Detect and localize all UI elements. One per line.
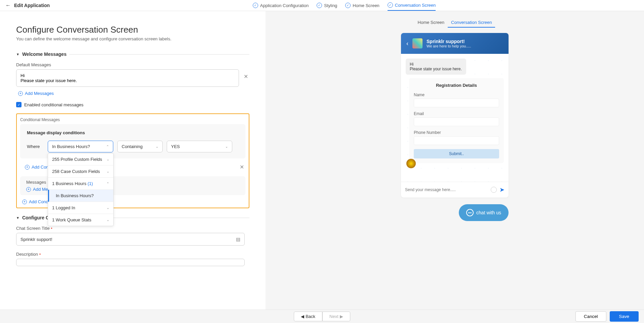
reg-phone-input[interactable] (414, 136, 499, 145)
reg-title: Registration Details (414, 83, 499, 88)
remove-message-button[interactable]: ✕ (242, 72, 249, 81)
tab-styling[interactable]: ✓ Styling (317, 0, 337, 11)
input-value: Sprinklr support! (21, 237, 52, 242)
chevron-up-icon: ⌄ (107, 182, 109, 185)
option-label: 258 Case Custom Fields (52, 169, 100, 174)
option-label: 1 Logged In (52, 205, 75, 210)
chat-preview: ‹ Sprinklr support! We are here to help … (401, 33, 509, 198)
preview-tab-conversation[interactable]: Conversation Screen (448, 18, 495, 28)
chevron-down-icon: ⌄ (156, 145, 158, 148)
divider (69, 54, 249, 55)
check-icon: ✓ (253, 3, 258, 8)
chat-back-icon[interactable]: ‹ (406, 40, 408, 47)
tab-label: Conversation Screen (395, 3, 436, 8)
bubble-line: Hi (410, 62, 462, 67)
chat-subtitle: We are here to help you..... (427, 44, 471, 48)
back-arrow-icon[interactable]: ← (5, 2, 11, 8)
tab-label: Styling (324, 3, 337, 8)
chevron-down-icon: ⌄ (107, 218, 109, 222)
option-label: 1 Work Queue Stats (52, 217, 91, 222)
default-message-input[interactable]: Hi Please state your issue here. (16, 69, 239, 87)
chevron-down-icon: ⌄ (225, 145, 228, 148)
section-title: Welcome Messages (22, 51, 67, 57)
dropdown-option-logged-in[interactable]: 1 Logged In ⌄ (48, 202, 113, 214)
submit-button[interactable]: Submit.. (414, 149, 499, 158)
conditions-title: Message display conditions (27, 130, 239, 135)
translate-icon[interactable]: ▤ (236, 237, 240, 242)
chat-title-label: Chat Screen Title (16, 226, 50, 231)
condition-field-select[interactable]: In Business Hours? ⌃ (48, 141, 113, 152)
select-value: In Business Hours? (52, 144, 90, 149)
description-label: Description (16, 252, 38, 257)
chevron-down-icon: ⌄ (107, 170, 109, 173)
dropdown-option-business-hours[interactable]: 1 Business Hours (1) ⌄ (48, 178, 113, 190)
plus-icon: + (26, 187, 31, 192)
check-icon: ✓ (345, 3, 351, 8)
reg-phone-label: Phone Number (414, 130, 499, 135)
reg-name-input[interactable] (414, 99, 499, 107)
plus-icon: + (22, 200, 27, 204)
dropdown-option-case[interactable]: 258 Case Custom Fields ⌄ (48, 166, 113, 178)
reg-name-label: Name (414, 93, 499, 97)
tab-conversation-screen[interactable]: ✓ Conversation Screen (388, 0, 436, 11)
description-input[interactable] (16, 259, 245, 266)
chat-icon: ••• (466, 209, 474, 216)
condition-value-select[interactable]: YES ⌄ (167, 141, 232, 152)
reg-email-input[interactable] (414, 117, 499, 126)
tab-label: Home Screen (353, 3, 379, 8)
plus-icon: + (25, 165, 30, 170)
option-label: 255 Profile Custom Fields (52, 157, 102, 162)
select-value: Containing (122, 144, 143, 149)
emoji-icon[interactable] (491, 187, 497, 193)
chat-message-bubble: Hi Please state your issue here. (406, 59, 466, 75)
chat-fab[interactable]: ••• chat with us (459, 204, 509, 221)
fab-label: chat with us (476, 210, 501, 215)
select-value: YES (171, 144, 180, 149)
send-icon[interactable]: ➤ (499, 186, 505, 193)
preview-tab-home[interactable]: Home Screen (414, 18, 448, 28)
header-title: Edit Application (14, 3, 50, 8)
tab-app-config[interactable]: ✓ Application Configuration (253, 0, 309, 11)
tab-label: Application Configuration (260, 3, 309, 8)
registration-card: Registration Details Name Email Phone Nu… (409, 78, 504, 163)
link-label: Add Messages (25, 91, 54, 96)
option-label: In Business Hours? (56, 193, 94, 198)
chevron-down-icon: ⌄ (107, 206, 109, 210)
check-icon: ✓ (388, 2, 393, 8)
bot-avatar (406, 159, 416, 168)
dropdown-option-profile[interactable]: 255 Profile Custom Fields ⌄ (48, 153, 113, 166)
enable-conditional-checkbox[interactable]: ✓ (16, 102, 22, 107)
check-icon: ✓ (317, 3, 322, 8)
page-subtitle: You can define the welcome message and c… (16, 36, 249, 41)
where-label: Where (27, 144, 44, 149)
checkbox-label: Enabled conditional messages (24, 102, 83, 107)
dropdown-option-work-queue[interactable]: 1 Work Queue Stats ⌄ (48, 214, 113, 226)
page-title: Configure Conversation Screen (16, 25, 249, 35)
caret-down-icon[interactable]: ▼ (16, 52, 19, 56)
required-icon: • (51, 226, 52, 231)
chat-avatar (412, 38, 422, 48)
chevron-down-icon: ⌄ (107, 157, 109, 161)
chat-title-input[interactable]: Sprinklr support! ▤ (16, 233, 245, 246)
field-dropdown: 255 Profile Custom Fields ⌄ 258 Case Cus… (48, 153, 114, 226)
conditional-messages-label: Conditional Messages (20, 117, 245, 122)
caret-down-icon[interactable]: ▼ (16, 216, 19, 220)
chat-message-input[interactable] (405, 187, 488, 192)
condition-operator-select[interactable]: Containing ⌄ (117, 141, 163, 152)
chevron-up-icon: ⌃ (106, 145, 109, 148)
remove-condition-button[interactable]: ✕ (238, 163, 245, 172)
reg-email-label: Email (414, 111, 499, 116)
required-icon: • (39, 252, 41, 257)
tab-home-screen[interactable]: ✓ Home Screen (345, 0, 379, 11)
dropdown-option-in-business-hours[interactable]: In Business Hours? (48, 190, 113, 202)
default-messages-label: Default Messages (16, 62, 249, 67)
bubble-line: Please state your issue here. (410, 67, 462, 71)
chat-title: Sprinklr support! (427, 39, 471, 44)
plus-icon: + (18, 91, 23, 96)
add-messages-button[interactable]: + Add Messages (18, 91, 249, 96)
option-label: 1 Business Hours (1) (52, 181, 93, 186)
